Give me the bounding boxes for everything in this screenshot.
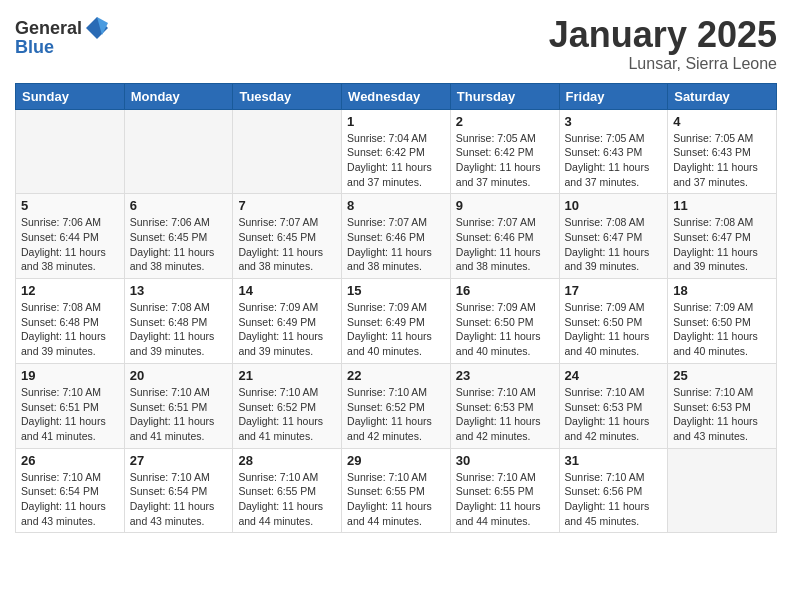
calendar-week-row: 12Sunrise: 7:08 AM Sunset: 6:48 PM Dayli… <box>16 279 777 364</box>
day-info: Sunrise: 7:08 AM Sunset: 6:48 PM Dayligh… <box>21 300 119 359</box>
calendar-day-header: Sunday <box>16 83 125 109</box>
calendar-cell: 26Sunrise: 7:10 AM Sunset: 6:54 PM Dayli… <box>16 448 125 533</box>
day-number: 8 <box>347 198 445 213</box>
calendar-cell: 25Sunrise: 7:10 AM Sunset: 6:53 PM Dayli… <box>668 363 777 448</box>
day-number: 17 <box>565 283 663 298</box>
day-number: 14 <box>238 283 336 298</box>
day-number: 5 <box>21 198 119 213</box>
day-info: Sunrise: 7:09 AM Sunset: 6:50 PM Dayligh… <box>456 300 554 359</box>
day-info: Sunrise: 7:10 AM Sunset: 6:53 PM Dayligh… <box>456 385 554 444</box>
calendar-cell: 9Sunrise: 7:07 AM Sunset: 6:46 PM Daylig… <box>450 194 559 279</box>
calendar-cell: 22Sunrise: 7:10 AM Sunset: 6:52 PM Dayli… <box>342 363 451 448</box>
day-number: 1 <box>347 114 445 129</box>
day-info: Sunrise: 7:08 AM Sunset: 6:48 PM Dayligh… <box>130 300 228 359</box>
day-number: 29 <box>347 453 445 468</box>
day-number: 30 <box>456 453 554 468</box>
day-number: 12 <box>21 283 119 298</box>
day-info: Sunrise: 7:09 AM Sunset: 6:49 PM Dayligh… <box>347 300 445 359</box>
day-info: Sunrise: 7:10 AM Sunset: 6:55 PM Dayligh… <box>456 470 554 529</box>
month-title: January 2025 <box>549 15 777 55</box>
calendar-cell: 24Sunrise: 7:10 AM Sunset: 6:53 PM Dayli… <box>559 363 668 448</box>
calendar-cell: 31Sunrise: 7:10 AM Sunset: 6:56 PM Dayli… <box>559 448 668 533</box>
day-info: Sunrise: 7:08 AM Sunset: 6:47 PM Dayligh… <box>673 215 771 274</box>
calendar-cell: 27Sunrise: 7:10 AM Sunset: 6:54 PM Dayli… <box>124 448 233 533</box>
day-number: 23 <box>456 368 554 383</box>
day-info: Sunrise: 7:09 AM Sunset: 6:49 PM Dayligh… <box>238 300 336 359</box>
calendar-week-row: 5Sunrise: 7:06 AM Sunset: 6:44 PM Daylig… <box>16 194 777 279</box>
logo-icon <box>84 15 110 41</box>
calendar-day-header: Monday <box>124 83 233 109</box>
calendar-day-header: Friday <box>559 83 668 109</box>
day-number: 18 <box>673 283 771 298</box>
calendar-cell: 8Sunrise: 7:07 AM Sunset: 6:46 PM Daylig… <box>342 194 451 279</box>
calendar-week-row: 26Sunrise: 7:10 AM Sunset: 6:54 PM Dayli… <box>16 448 777 533</box>
calendar-cell: 13Sunrise: 7:08 AM Sunset: 6:48 PM Dayli… <box>124 279 233 364</box>
title-block: January 2025 Lunsar, Sierra Leone <box>549 15 777 73</box>
calendar-cell: 18Sunrise: 7:09 AM Sunset: 6:50 PM Dayli… <box>668 279 777 364</box>
day-info: Sunrise: 7:10 AM Sunset: 6:51 PM Dayligh… <box>21 385 119 444</box>
day-number: 25 <box>673 368 771 383</box>
calendar-cell: 5Sunrise: 7:06 AM Sunset: 6:44 PM Daylig… <box>16 194 125 279</box>
day-info: Sunrise: 7:06 AM Sunset: 6:45 PM Dayligh… <box>130 215 228 274</box>
calendar-cell: 30Sunrise: 7:10 AM Sunset: 6:55 PM Dayli… <box>450 448 559 533</box>
page-header: General Blue January 2025 Lunsar, Sierra… <box>15 15 777 73</box>
day-number: 2 <box>456 114 554 129</box>
day-number: 31 <box>565 453 663 468</box>
calendar-day-header: Saturday <box>668 83 777 109</box>
day-info: Sunrise: 7:05 AM Sunset: 6:43 PM Dayligh… <box>565 131 663 190</box>
day-number: 9 <box>456 198 554 213</box>
logo-blue-text: Blue <box>15 37 54 58</box>
day-number: 10 <box>565 198 663 213</box>
calendar-day-header: Thursday <box>450 83 559 109</box>
day-info: Sunrise: 7:05 AM Sunset: 6:42 PM Dayligh… <box>456 131 554 190</box>
day-info: Sunrise: 7:09 AM Sunset: 6:50 PM Dayligh… <box>565 300 663 359</box>
calendar-day-header: Tuesday <box>233 83 342 109</box>
day-number: 24 <box>565 368 663 383</box>
day-number: 21 <box>238 368 336 383</box>
calendar-cell <box>16 109 125 194</box>
calendar-cell: 3Sunrise: 7:05 AM Sunset: 6:43 PM Daylig… <box>559 109 668 194</box>
day-info: Sunrise: 7:10 AM Sunset: 6:55 PM Dayligh… <box>238 470 336 529</box>
day-info: Sunrise: 7:10 AM Sunset: 6:54 PM Dayligh… <box>130 470 228 529</box>
day-info: Sunrise: 7:07 AM Sunset: 6:46 PM Dayligh… <box>347 215 445 274</box>
day-number: 11 <box>673 198 771 213</box>
logo: General Blue <box>15 15 112 58</box>
calendar-day-header: Wednesday <box>342 83 451 109</box>
calendar-cell: 1Sunrise: 7:04 AM Sunset: 6:42 PM Daylig… <box>342 109 451 194</box>
calendar-cell <box>668 448 777 533</box>
day-info: Sunrise: 7:06 AM Sunset: 6:44 PM Dayligh… <box>21 215 119 274</box>
calendar-cell <box>124 109 233 194</box>
day-number: 13 <box>130 283 228 298</box>
calendar-cell: 12Sunrise: 7:08 AM Sunset: 6:48 PM Dayli… <box>16 279 125 364</box>
calendar-cell: 29Sunrise: 7:10 AM Sunset: 6:55 PM Dayli… <box>342 448 451 533</box>
day-number: 16 <box>456 283 554 298</box>
calendar-cell: 15Sunrise: 7:09 AM Sunset: 6:49 PM Dayli… <box>342 279 451 364</box>
day-info: Sunrise: 7:10 AM Sunset: 6:52 PM Dayligh… <box>347 385 445 444</box>
day-number: 6 <box>130 198 228 213</box>
location-title: Lunsar, Sierra Leone <box>549 55 777 73</box>
day-info: Sunrise: 7:10 AM Sunset: 6:53 PM Dayligh… <box>673 385 771 444</box>
calendar-cell: 6Sunrise: 7:06 AM Sunset: 6:45 PM Daylig… <box>124 194 233 279</box>
calendar-cell: 20Sunrise: 7:10 AM Sunset: 6:51 PM Dayli… <box>124 363 233 448</box>
calendar-cell: 21Sunrise: 7:10 AM Sunset: 6:52 PM Dayli… <box>233 363 342 448</box>
day-info: Sunrise: 7:10 AM Sunset: 6:55 PM Dayligh… <box>347 470 445 529</box>
day-info: Sunrise: 7:05 AM Sunset: 6:43 PM Dayligh… <box>673 131 771 190</box>
calendar-cell: 2Sunrise: 7:05 AM Sunset: 6:42 PM Daylig… <box>450 109 559 194</box>
calendar-cell: 14Sunrise: 7:09 AM Sunset: 6:49 PM Dayli… <box>233 279 342 364</box>
day-number: 4 <box>673 114 771 129</box>
day-number: 22 <box>347 368 445 383</box>
calendar-cell: 17Sunrise: 7:09 AM Sunset: 6:50 PM Dayli… <box>559 279 668 364</box>
calendar-cell: 16Sunrise: 7:09 AM Sunset: 6:50 PM Dayli… <box>450 279 559 364</box>
day-info: Sunrise: 7:07 AM Sunset: 6:45 PM Dayligh… <box>238 215 336 274</box>
day-info: Sunrise: 7:04 AM Sunset: 6:42 PM Dayligh… <box>347 131 445 190</box>
calendar-cell: 7Sunrise: 7:07 AM Sunset: 6:45 PM Daylig… <box>233 194 342 279</box>
calendar-cell: 10Sunrise: 7:08 AM Sunset: 6:47 PM Dayli… <box>559 194 668 279</box>
day-number: 26 <box>21 453 119 468</box>
calendar-cell <box>233 109 342 194</box>
day-info: Sunrise: 7:08 AM Sunset: 6:47 PM Dayligh… <box>565 215 663 274</box>
day-number: 15 <box>347 283 445 298</box>
day-number: 28 <box>238 453 336 468</box>
calendar-cell: 28Sunrise: 7:10 AM Sunset: 6:55 PM Dayli… <box>233 448 342 533</box>
day-number: 19 <box>21 368 119 383</box>
day-number: 27 <box>130 453 228 468</box>
